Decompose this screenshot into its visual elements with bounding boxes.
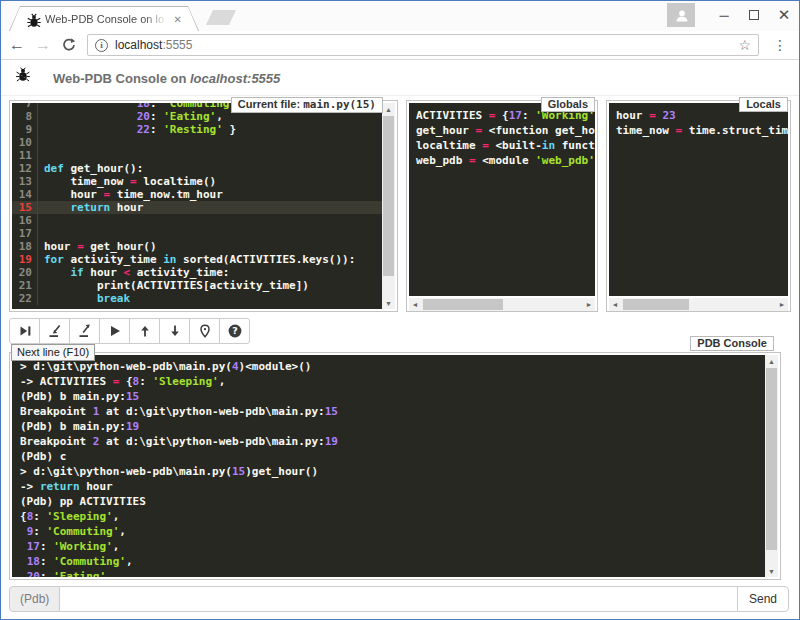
code-line: 15 return hour [12,201,382,214]
where-button[interactable] [189,318,220,344]
text-line: Breakpoint 1 at d:\git\python-web-pdb\ma… [20,404,757,419]
scroll-down-icon[interactable]: ▼ [765,565,778,577]
address-bar[interactable]: i localhost:5555 ☆ [87,34,759,56]
url-text: localhost:5555 [115,38,731,52]
text-line: time_now = time.struct_time(tm_yea [616,123,781,138]
browser-toolbar: ← → i localhost:5555 ☆ ⋮ [1,31,799,60]
profile-button[interactable] [667,3,695,27]
continue-button[interactable] [99,318,130,344]
pdb-prompt-label: (Pdb) [9,586,60,612]
breakpoint-line-number: 19 [12,253,38,266]
scroll-thumb[interactable] [766,368,777,550]
code-line: 13 time_now = localtime() [12,175,382,188]
web-pdb-page: Web-PDB Console on localhost:5555 Curren… [1,60,799,619]
code-line: 19for activity_time in sorted(ACTIVITIES… [12,253,382,266]
line-number: 10 [12,136,38,149]
code-lines: 7 18: 'Commuting',8 20: 'Eating',9 22: '… [12,103,382,309]
line-number: 13 [12,175,38,188]
command-input[interactable] [60,586,738,612]
return-button[interactable] [69,318,100,344]
scroll-up-icon[interactable]: ▲ [765,355,778,367]
text-line: (Pdb) b main.py:19 [20,419,757,434]
text-line: (Pdb) pp ACTIVITIES [20,494,757,509]
scroll-left-icon[interactable]: ◄ [409,298,421,311]
scroll-thumb[interactable] [623,299,689,310]
command-input-group: (Pdb) Send [9,586,789,612]
person-icon [674,8,688,22]
code-scrollbar[interactable]: ▲ ▼ [382,103,395,309]
new-tab-button[interactable] [206,10,236,25]
locals-scrollbar[interactable]: ◄ ► [609,298,788,311]
text-line: 9: 'Commuting', [20,524,757,539]
scroll-right-icon[interactable]: ► [583,298,595,311]
globals-scrollbar[interactable]: ◄ ► [409,298,595,311]
breakpoint-line-number: 15 [12,201,38,214]
bug-logo-icon [15,67,37,89]
text-line: web_pdb = <module 'web_pdb' from ' [416,153,588,168]
text-line: 17: 'Working', [20,539,757,554]
refresh-icon[interactable] [61,37,77,53]
text-line: {8: 'Sleeping', [20,509,757,524]
locals-lines: hour = 23time_now = time.struct_time(tm_… [609,103,788,296]
line-number: 14 [12,188,38,201]
help-icon: ? [227,323,243,339]
info-icon[interactable]: i [95,39,108,52]
text-line: > d:\git\python-web-pdb\main.py(15)get_h… [20,464,757,479]
text-line: -> ACTIVITIES = {8: 'Sleeping', [20,374,757,389]
bookmark-star-icon[interactable]: ☆ [738,37,751,53]
down-stack-button[interactable] [159,318,190,344]
up-stack-button[interactable] [129,318,160,344]
page-header: Web-PDB Console on localhost:5555 [1,60,799,96]
line-number: 17 [12,227,38,240]
location-pin-icon [197,323,213,339]
next-line-tooltip: Next line (F10) [11,344,95,361]
close-button[interactable]: ✕ [769,1,799,29]
code-line: 18hour = get_hour() [12,240,382,253]
chrome-menu-icon[interactable]: ⋮ [769,37,791,53]
arrow-down-icon [167,323,183,339]
code-line: 20 if hour < activity_time: [12,266,382,279]
scroll-left-icon[interactable]: ◄ [609,298,621,311]
back-icon[interactable]: ← [9,37,25,53]
page-title: Web-PDB Console on localhost:5555 [53,71,280,86]
browser-tab[interactable]: Web-PDB Console on lo ✕ [9,6,199,31]
console-scrollbar[interactable]: ▲ ▼ [765,355,778,577]
line-number: 21 [12,279,38,292]
globals-panel: Globals ACTIVITIES = {17: 'Working', 18:… [406,100,598,312]
forward-icon[interactable]: → [35,37,51,53]
bug-favicon-icon [26,13,39,26]
pdb-console-label: PDB Console [690,336,774,351]
text-line: (Pdb) c [20,449,757,464]
scroll-thumb[interactable] [383,116,394,276]
code-line: 9 22: 'Resting' } [12,123,382,136]
line-number: 16 [12,214,38,227]
globals-lines: ACTIVITIES = {17: 'Working', 18: 'get_ho… [409,103,595,296]
scroll-right-icon[interactable]: ► [776,298,788,311]
tab-strip: Web-PDB Console on lo ✕ ─ ✕ [1,1,799,31]
scroll-down-icon[interactable]: ▼ [382,297,395,309]
globals-label: Globals [541,97,595,112]
line-number: 9 [12,123,38,136]
maximize-button[interactable] [739,1,769,29]
scroll-up-icon[interactable]: ▲ [382,103,395,115]
arrow-up-icon [137,323,153,339]
minimize-button[interactable]: ─ [709,1,739,29]
next-line-icon [17,323,33,339]
send-button[interactable]: Send [737,586,789,612]
current-file-panel: Current file: main.py(15) 7 18: 'Commuti… [9,100,398,312]
step-into-button[interactable] [39,318,70,344]
line-number: 7 [12,103,38,110]
scroll-thumb[interactable] [423,299,503,310]
code-line: 11 [12,149,382,162]
text-line: get_hour = <function get_hour at 0 [416,123,588,138]
code-line: 14 hour = time_now.tm_hour [12,188,382,201]
continue-icon [107,323,123,339]
locals-panel: Locals hour = 23time_now = time.struct_t… [606,100,791,312]
next-line-button[interactable] [9,318,40,344]
svg-text:?: ? [232,325,238,336]
tab-title: Web-PDB Console on lo [45,13,168,25]
help-button[interactable]: ? [219,318,250,344]
tab-close-icon[interactable]: ✕ [174,14,182,25]
browser-window: Web-PDB Console on lo ✕ ─ ✕ ← → i localh… [0,0,800,620]
console-lines: > d:\git\python-web-pdb\main.py(4)<modul… [12,355,765,577]
